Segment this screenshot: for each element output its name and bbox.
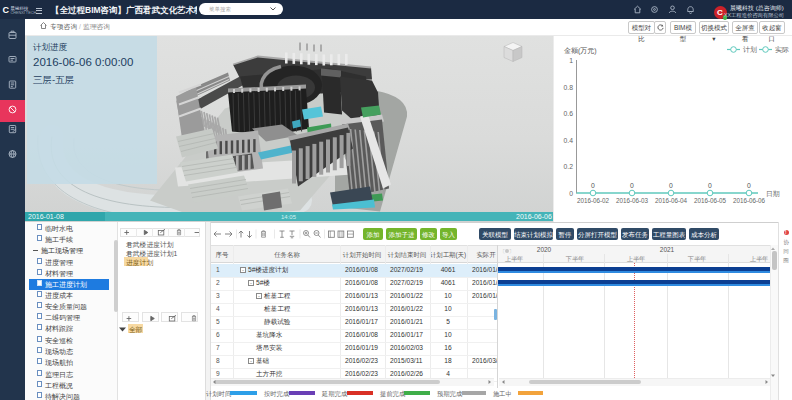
svg-text:2016-06-06: 2016-06-06 (516, 213, 552, 220)
svg-text:2016-06-03: 2016-06-03 (616, 197, 649, 204)
svg-text:2016-01-08: 2016-01-08 (28, 213, 64, 220)
svg-text:0: 0 (747, 182, 751, 189)
svg-text:计划: 计划 (743, 46, 757, 54)
svg-text:金额(万元): 金额(万元) (564, 47, 597, 55)
svg-text:0.4: 0.4 (564, 137, 574, 144)
svg-text:0: 0 (591, 182, 595, 189)
svg-text:2016-06-04: 2016-06-04 (655, 197, 688, 204)
svg-text:2016-06-05: 2016-06-05 (694, 197, 727, 204)
svg-text:0.2: 0.2 (564, 163, 574, 170)
svg-text:实际: 实际 (775, 46, 789, 54)
svg-text:0: 0 (569, 190, 573, 197)
svg-text:2016-06-02: 2016-06-02 (577, 197, 610, 204)
svg-text:1: 1 (569, 57, 573, 64)
svg-text:日期: 日期 (766, 190, 780, 198)
svg-text:0: 0 (708, 182, 712, 189)
svg-text:0.6: 0.6 (564, 110, 574, 117)
svg-text:14:05: 14:05 (281, 213, 297, 219)
svg-text:0: 0 (630, 182, 634, 189)
svg-text:2016-06-06: 2016-06-06 (733, 197, 766, 204)
svg-text:0.8: 0.8 (564, 84, 574, 91)
svg-text:0: 0 (669, 182, 673, 189)
